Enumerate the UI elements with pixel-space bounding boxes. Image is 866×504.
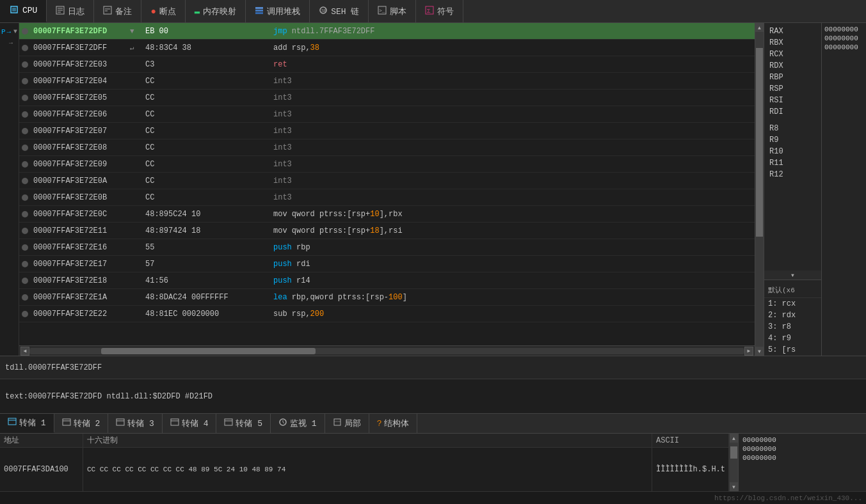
addr-col: 00007FFAF3E72E22 (31, 310, 130, 319)
reg-scroll-down[interactable]: ▼ (764, 271, 821, 280)
dump-addr-value: 0007FFAF3DA100 (0, 448, 83, 491)
scroll-track[interactable] (29, 348, 744, 354)
tab-dump4-label: 转储 4 (182, 418, 209, 429)
disasm-row[interactable]: 00007FFAF3E72E1A 48:8DAC24 00FFFFFF lea … (19, 289, 755, 306)
default-item-1[interactable]: 1: rcx (764, 298, 821, 310)
reg-r10[interactable]: R10 (764, 146, 821, 157)
default-item-5[interactable]: 5: [rs (764, 344, 821, 356)
bp-col (19, 194, 31, 201)
disasm-row[interactable]: 00007FFAF3E72E09 CC int3 (19, 156, 755, 173)
disasm-row[interactable]: 00007FFAF3E72E07 CC int3 (19, 123, 755, 139)
bp-col (19, 28, 31, 35)
reg-rsp[interactable]: RSP (764, 83, 821, 95)
scroll-up-btn[interactable]: ▲ (755, 23, 764, 32)
bottom-status-bar: https://blog.csdn.net/weixin_430... (0, 491, 866, 504)
addr-col: 00007FFAF3E72E0C (31, 210, 130, 219)
tab-symbols[interactable]: Σ 符号 (416, 0, 463, 22)
disasm-row[interactable]: 00007FFAF3E72DFD ▼ EB 00 jmp ntdll.7FFAF… (19, 23, 755, 40)
reg-rax[interactable]: RAX (764, 26, 821, 37)
dump-right-val-3: 00000000 (742, 454, 862, 462)
default-item-4[interactable]: 4: r9 (764, 333, 821, 344)
tab-dump2[interactable]: 转储 2 (54, 414, 109, 433)
scroll-left-btn[interactable]: ◀ (20, 347, 29, 356)
right-val-1: 00000000 (824, 26, 863, 33)
dump-scroll-up[interactable]: ▲ (730, 434, 739, 443)
scroll-down-btn[interactable]: ▼ (755, 347, 764, 356)
disasm-scroll[interactable]: 00007FFAF3E72DFD ▼ EB 00 jmp ntdll.7FFAF… (19, 23, 755, 345)
disasm-row[interactable]: 00007FFAF3E72E06 CC int3 (19, 106, 755, 123)
bytes-col: CC (143, 143, 271, 152)
tab-dump3[interactable]: 转储 3 (108, 414, 163, 433)
vertical-scrollbar[interactable]: ▲ ▼ (755, 23, 764, 356)
default-item-2[interactable]: 2: rdx (764, 310, 821, 321)
scroll-track-v[interactable] (755, 32, 764, 347)
tab-local-label: 局部 (344, 418, 361, 429)
horizontal-scrollbar[interactable]: ◀ ▶ (19, 345, 755, 356)
disasm-row[interactable]: 00007FFAF3E72E11 48:897424 18 mov qword … (19, 223, 755, 239)
disasm-row[interactable]: 00007FFAF3E72E08 CC int3 (19, 139, 755, 156)
jump-indicator: ▼ (13, 28, 17, 35)
dump-right-val-2: 00000000 (742, 445, 862, 453)
disasm-row[interactable]: 00007FFAF3E72E04 CC int3 (19, 73, 755, 90)
disasm-row[interactable]: 00007FFAF3E72E05 CC int3 (19, 90, 755, 106)
reg-rbp[interactable]: RBP (764, 72, 821, 83)
bp-col (19, 45, 31, 51)
reg-r8[interactable]: R8 (764, 123, 821, 134)
addr-col: 00007FFAF3E72E07 (31, 127, 130, 136)
disasm-row[interactable]: 00007FFAF3E72E03 C3 ret (19, 56, 755, 73)
tab-local[interactable]: 局部 (325, 414, 369, 433)
disasm-row[interactable]: 00007FFAF3E72E0C 48:895C24 10 mov qword … (19, 206, 755, 223)
tab-watch1[interactable]: 监视 1 (271, 414, 325, 433)
reg-r12[interactable]: R12 (764, 169, 821, 180)
tab-script[interactable]: >_ 脚本 (369, 0, 416, 22)
tab-callstack[interactable]: 调用堆栈 (246, 0, 310, 22)
watch1-icon (278, 418, 287, 429)
scroll-thumb[interactable] (101, 348, 316, 354)
dump-scroll-track[interactable] (730, 443, 738, 482)
bytes-col: CC (143, 193, 271, 202)
tab-breakpoints[interactable]: ● 断点 (141, 0, 185, 22)
tab-dump1[interactable]: 转储 1 (0, 414, 54, 433)
tab-notes[interactable]: 备注 (94, 0, 141, 22)
default-label: 默认(x6 (764, 283, 821, 298)
disasm-row[interactable]: 00007FFAF3E72E16 55 push rbp (19, 239, 755, 256)
reg-rsi[interactable]: RSI (764, 95, 821, 106)
tab-dump2-label: 转储 2 (74, 418, 100, 429)
disasm-row[interactable]: 00007FFAF3E72DFF ↵ 48:83C4 38 add rsp,38 (19, 40, 755, 56)
dump-scrollbar[interactable]: ▲ ▼ (729, 434, 738, 491)
instr-col: push rdi (271, 260, 755, 269)
addr-col: 00007FFAF3E72E06 (31, 110, 130, 119)
reg-rbx[interactable]: RBX (764, 37, 821, 49)
disasm-row[interactable]: 00007FFAF3E72E0A CC int3 (19, 173, 755, 189)
scroll-thumb-v[interactable] (756, 48, 763, 237)
tab-struct[interactable]: ? 结构体 (369, 414, 418, 433)
tab-notes-label: 备注 (115, 6, 132, 17)
svg-rect-10 (255, 10, 263, 12)
addr-col: 00007FFAF3E72E0A (31, 177, 130, 185)
svg-text:SE: SE (321, 8, 326, 13)
scroll-right-btn[interactable]: ▶ (744, 347, 753, 356)
reg-r9[interactable]: R9 (764, 134, 821, 146)
tab-dump4[interactable]: 转储 4 (163, 414, 217, 433)
pc-indicator: P → (1, 28, 11, 36)
reg-rcx[interactable]: RCX (764, 49, 821, 60)
dump-scroll-down[interactable]: ▼ (730, 482, 739, 491)
tab-cpu[interactable]: CPU (0, 0, 47, 22)
svg-text:Σ: Σ (427, 8, 431, 15)
dump-right-val-1: 00000000 (742, 436, 862, 444)
bytes-col: 57 (143, 260, 271, 269)
default-item-3[interactable]: 3: r8 (764, 321, 821, 333)
tab-seh[interactable]: SE SEH 链 (310, 0, 369, 22)
tab-log[interactable]: 日志 (47, 0, 94, 22)
dump-scroll-thumb[interactable] (730, 446, 737, 459)
disasm-row[interactable]: 00007FFAF3E72E18 41:56 push r14 (19, 272, 755, 289)
reg-rdx[interactable]: RDX (764, 60, 821, 72)
reg-r11[interactable]: R11 (764, 157, 821, 169)
reg-rdi[interactable]: RDI (764, 106, 821, 118)
disasm-row[interactable]: 00007FFAF3E72E17 57 push rdi (19, 256, 755, 272)
disasm-row[interactable]: 00007FFAF3E72E22 48:81EC 00020000 sub rs… (19, 306, 755, 322)
addr-col: 00007FFAF3E72DFD (31, 27, 130, 36)
disasm-row[interactable]: 00007FFAF3E72E0B CC int3 (19, 189, 755, 206)
tab-memory[interactable]: ▬ 内存映射 (186, 0, 246, 22)
tab-dump5[interactable]: 转储 5 (216, 414, 271, 433)
